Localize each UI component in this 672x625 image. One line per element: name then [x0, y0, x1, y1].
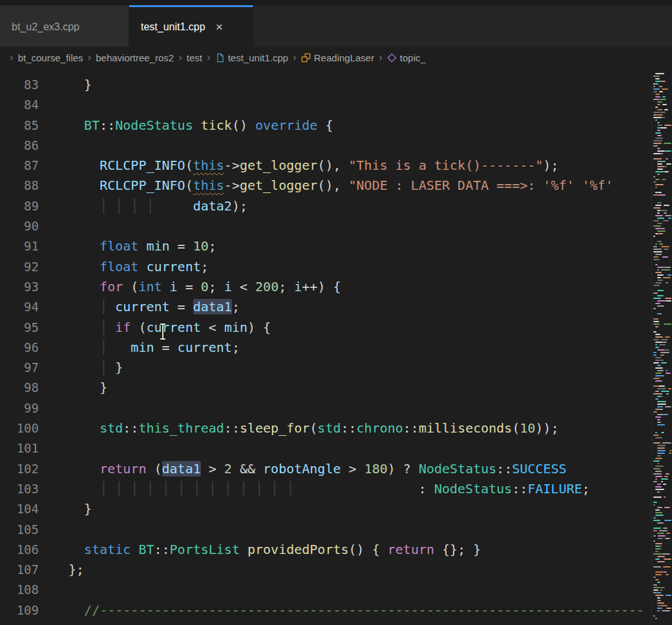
- minimap[interactable]: [651, 68, 672, 625]
- code-token: data2: [193, 198, 232, 214]
- code-token: [68, 259, 100, 274]
- code-token: │ │ │ │ │ │ │ │ │ │ │ │ │: [100, 481, 294, 497]
- code-editor[interactable]: 83 }8485 BT::NodeStatus tick() override …: [0, 68, 672, 625]
- code-line[interactable]: 87 RCLCPP_INFO(this->get_logger(), "This…: [0, 156, 672, 176]
- chevron-right-icon: ›: [293, 51, 297, 64]
- code-token: SUCCESS: [512, 461, 566, 476]
- word-highlight: data1: [162, 461, 201, 476]
- code-line[interactable]: 88 RCLCPP_INFO(this->get_logger(), "NODE…: [0, 176, 672, 196]
- line-number: 83: [0, 75, 39, 95]
- close-icon[interactable]: ×: [216, 21, 223, 33]
- code-line[interactable]: 106 static BT::PortsList providedPorts()…: [0, 540, 672, 560]
- line-number: 86: [0, 136, 39, 156]
- class-icon: [301, 53, 311, 63]
- line-number: 104: [0, 499, 39, 519]
- breadcrumb-item-test[interactable]: test: [187, 52, 202, 63]
- breadcrumb-label: topic_: [400, 52, 426, 63]
- line-number: 107: [0, 560, 39, 580]
- code-token: [162, 279, 170, 294]
- code-token: 2: [224, 461, 232, 476]
- line-number: 98: [0, 378, 39, 398]
- code-token: <: [232, 279, 255, 294]
- code-token: >: [201, 461, 224, 476]
- code-token: =: [170, 299, 193, 314]
- code-token: FAILURE: [527, 481, 582, 497]
- code-token: [131, 542, 138, 557]
- code-line[interactable]: 90: [0, 216, 672, 236]
- code-token: //--------------------------------------…: [84, 602, 644, 618]
- code-token: float: [100, 259, 138, 274]
- chevron-right-icon: ›: [178, 51, 182, 64]
- code-line[interactable]: 92 float current;: [0, 257, 672, 277]
- code-token: this_thread: [138, 420, 224, 436]
- code-line[interactable]: 94 │ current = data1;: [0, 297, 672, 317]
- code-token: 0: [201, 279, 209, 294]
- code-token: ::: [154, 542, 169, 557]
- code-token: ) ?: [388, 461, 419, 476]
- tab-bar: bt_u2_ex3.cpp test_unit1.cpp ×: [0, 5, 672, 46]
- code-line[interactable]: 105: [0, 520, 672, 540]
- chevron-right-icon: ›: [379, 51, 383, 64]
- code-line[interactable]: 104 }: [0, 499, 672, 519]
- breadcrumb-item-readinglaser[interactable]: ReadingLaser: [301, 52, 374, 63]
- line-number: 109: [0, 600, 39, 620]
- code-area[interactable]: 83 }8485 BT::NodeStatus tick() override …: [0, 75, 672, 620]
- code-line[interactable]: 91 float min = 10;: [0, 236, 672, 256]
- code-line[interactable]: 103 │ │ │ │ │ │ │ │ │ │ │ │ │ : NodeStat…: [0, 479, 672, 499]
- code-token: [68, 158, 100, 173]
- code-token: return: [100, 461, 146, 476]
- code-line[interactable]: 100 std::this_thread::sleep_for(std::chr…: [0, 418, 672, 438]
- code-token: std: [317, 420, 341, 436]
- breadcrumb-item-topic[interactable]: topic_: [387, 52, 426, 63]
- code-token: ;: [201, 259, 209, 274]
- breadcrumb-item-bt-course-files[interactable]: bt_course_files: [18, 52, 83, 63]
- code-line[interactable]: 99: [0, 398, 672, 418]
- code-token: [294, 481, 419, 497]
- code-line[interactable]: 97 │ }: [0, 358, 672, 378]
- line-number: 90: [0, 216, 39, 236]
- code-line[interactable]: 86: [0, 136, 672, 156]
- code-token: (: [512, 420, 520, 436]
- code-line[interactable]: 89 │ │ │ │ data2);: [0, 196, 672, 216]
- code-line[interactable]: 95 │ if (current < min) {: [0, 318, 672, 338]
- breadcrumb-item-test-unit1-cpp[interactable]: test_unit1.cpp: [215, 52, 288, 63]
- code-token: RCLCPP_INFO: [100, 158, 185, 173]
- code-token: }: [68, 501, 92, 517]
- code-line[interactable]: 108: [0, 580, 672, 600]
- code-token: [68, 360, 100, 375]
- method-icon: [387, 53, 397, 63]
- code-token: ::: [512, 481, 527, 497]
- code-token: this: [193, 158, 224, 173]
- code-token: [138, 238, 146, 254]
- code-token: ::: [224, 420, 240, 436]
- code-line[interactable]: 85 BT::NodeStatus tick() override {: [0, 116, 672, 136]
- code-token: [68, 542, 84, 557]
- vscode-window: bt_u2_ex3.cpp test_unit1.cpp × ›bt_cours…: [0, 0, 672, 625]
- code-line[interactable]: 96 │ min = current;: [0, 338, 672, 358]
- line-number: 85: [0, 116, 39, 136]
- code-token: ;: [232, 340, 240, 355]
- code-line[interactable]: 109 //----------------------------------…: [0, 600, 672, 620]
- code-line[interactable]: 102 return (data1 > 2 && robotAngle > 18…: [0, 459, 672, 479]
- code-line[interactable]: 98 }: [0, 378, 672, 398]
- code-token: (: [131, 320, 146, 335]
- breadcrumb-label: test: [187, 52, 202, 63]
- code-token: ));: [536, 420, 559, 436]
- code-line[interactable]: 107};: [0, 560, 672, 580]
- code-token: get_logger: [240, 158, 317, 173]
- code-line[interactable]: 101: [0, 438, 672, 458]
- code-line[interactable]: 83 }: [0, 75, 672, 95]
- code-line[interactable]: 84: [0, 95, 672, 115]
- tab-bt-u2-ex3-cpp[interactable]: bt_u2_ex3.cpp: [0, 5, 129, 46]
- code-token: [68, 279, 100, 294]
- tab-test-unit1-cpp[interactable]: test_unit1.cpp ×: [129, 5, 253, 46]
- code-token: float: [100, 238, 138, 254]
- code-token: BT: [138, 542, 154, 557]
- code-token: ;: [209, 279, 224, 294]
- code-token: ::: [100, 118, 115, 133]
- code-line[interactable]: 93 for (int i = 0; i < 200; i++) {: [0, 277, 672, 297]
- code-token: sleep_for: [240, 420, 310, 436]
- code-token: providedPorts: [247, 542, 349, 557]
- chevron-right-icon: ›: [207, 51, 211, 64]
- breadcrumb-item-behaviortree-ros2[interactable]: behaviortree_ros2: [96, 52, 174, 63]
